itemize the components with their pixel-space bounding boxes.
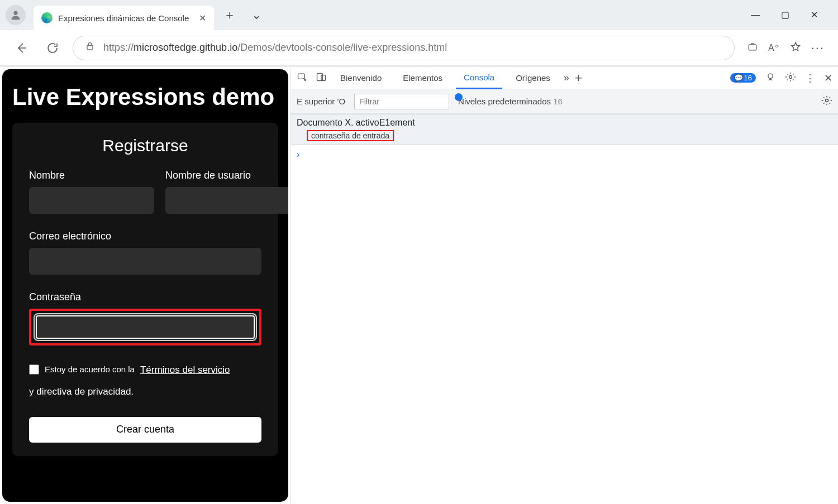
add-tab-icon[interactable]: + [575, 71, 582, 85]
password-highlight [29, 309, 261, 345]
prompt-chevron-icon: › [297, 150, 299, 159]
profile-button[interactable] [6, 5, 26, 25]
minimize-button[interactable]: — [751, 11, 760, 20]
kebab-menu-icon[interactable]: ⋮ [805, 72, 815, 84]
browser-chrome: Expresiones dinámicas de Console ✕ ＋ ⌄ —… [0, 0, 838, 66]
submit-button[interactable]: Crear cuenta [29, 417, 261, 443]
email-label: Correo electrónico [29, 231, 261, 242]
svg-point-7 [789, 76, 792, 79]
username-label: Nombre de usuario [165, 170, 288, 181]
inspect-icon[interactable] [297, 71, 308, 84]
browser-tab[interactable]: Expresiones dinámicas de Console ✕ [34, 6, 214, 30]
terms-agree-text: Estoy de acuerdo con la [45, 362, 135, 377]
tab-console[interactable]: Consola [456, 67, 502, 89]
svg-rect-2 [749, 44, 756, 50]
tab-close-button[interactable]: ✕ [199, 13, 206, 23]
devtools-close-icon[interactable]: ✕ [824, 72, 832, 84]
refresh-button[interactable] [41, 37, 64, 59]
filter-input[interactable] [354, 94, 449, 109]
address-bar: https://microsoftedge.github.io/Demos/de… [0, 30, 838, 66]
more-menu-icon[interactable]: ··· [811, 41, 825, 55]
name-label: Nombre [29, 170, 154, 181]
tab-elements[interactable]: Elementos [395, 67, 450, 89]
devtools-tabs: Bienvenido Elementos Consola Orígenes » … [291, 67, 838, 89]
terms-row: Estoy de acuerdo con la Términos del ser… [29, 362, 261, 400]
window-controls: — ▢ ✕ [751, 11, 838, 20]
name-input[interactable] [29, 187, 154, 214]
live-expression-result: contraseña de entrada [307, 130, 394, 141]
email-input[interactable] [29, 248, 261, 275]
more-tabs-icon[interactable]: » [564, 72, 569, 84]
content-area: Live Expressions demo Registrarse Nombre… [0, 66, 838, 504]
form-heading: Registrarse [29, 136, 261, 155]
tab-menu-button[interactable]: ⌄ [245, 4, 268, 26]
svg-rect-1 [87, 45, 93, 50]
refresh-icon [46, 41, 59, 55]
live-expression-text: Documento X. activoE1ement [297, 118, 832, 128]
tab-title: Expresiones dinámicas de Console [58, 13, 189, 23]
lock-icon [84, 41, 96, 55]
url-input[interactable]: https://microsoftedge.github.io/Demos/de… [73, 36, 735, 60]
svg-point-8 [826, 99, 829, 102]
close-window-button[interactable]: ✕ [811, 11, 818, 20]
svg-point-6 [768, 74, 773, 78]
console-prompt[interactable]: › [291, 145, 838, 164]
url-text: https://microsoftedge.github.io/Demos/de… [103, 42, 447, 54]
password-label: Contraseña [29, 291, 261, 303]
svg-point-0 [13, 11, 17, 15]
terms-rest-text: y directiva de privacidad. [29, 386, 134, 397]
arrow-left-icon [15, 41, 28, 55]
password-input[interactable] [34, 313, 257, 341]
edge-logo-icon [41, 12, 53, 23]
svg-rect-4 [317, 73, 323, 80]
demo-page: Live Expressions demo Registrarse Nombre… [2, 69, 288, 502]
favorite-icon[interactable] [790, 41, 801, 55]
console-settings-icon[interactable] [821, 95, 832, 108]
tab-welcome[interactable]: Bienvenido [332, 67, 389, 89]
terms-link[interactable]: Términos del servicio [140, 362, 230, 378]
read-aloud-icon[interactable]: A⪧ [768, 42, 780, 53]
maximize-button[interactable]: ▢ [781, 11, 789, 20]
new-tab-button[interactable]: ＋ [218, 4, 241, 26]
address-actions: A⪧ ··· [744, 41, 828, 55]
username-input[interactable] [165, 187, 288, 214]
app-icon[interactable] [747, 41, 758, 55]
signup-form: Registrarse Nombre Nombre de usuario Cor… [12, 123, 278, 456]
person-icon [9, 9, 22, 21]
tab-sources[interactable]: Orígenes [508, 67, 558, 89]
devtools-panel: Bienvenido Elementos Consola Orígenes » … [291, 67, 838, 504]
back-button[interactable] [10, 37, 32, 59]
log-levels-selector[interactable]: Niveles predeterminados 16 [458, 97, 563, 106]
context-selector[interactable]: E superior 'O [297, 97, 345, 106]
issues-badge[interactable]: 💬16 [730, 73, 756, 83]
demo-title: Live Expressions demo [12, 69, 278, 123]
device-toggle-icon[interactable] [316, 71, 327, 84]
settings-icon[interactable] [785, 71, 796, 84]
terms-checkbox[interactable] [29, 364, 39, 375]
live-expression[interactable]: Documento X. activoE1ement contraseña de… [291, 114, 838, 145]
tab-strip: Expresiones dinámicas de Console ✕ ＋ ⌄ —… [0, 0, 838, 30]
levels-indicator-icon [455, 93, 463, 101]
svg-rect-5 [321, 75, 326, 81]
feedback-icon[interactable] [765, 71, 776, 84]
console-toolbar: E superior 'O Niveles predeterminados 16 [291, 89, 838, 114]
